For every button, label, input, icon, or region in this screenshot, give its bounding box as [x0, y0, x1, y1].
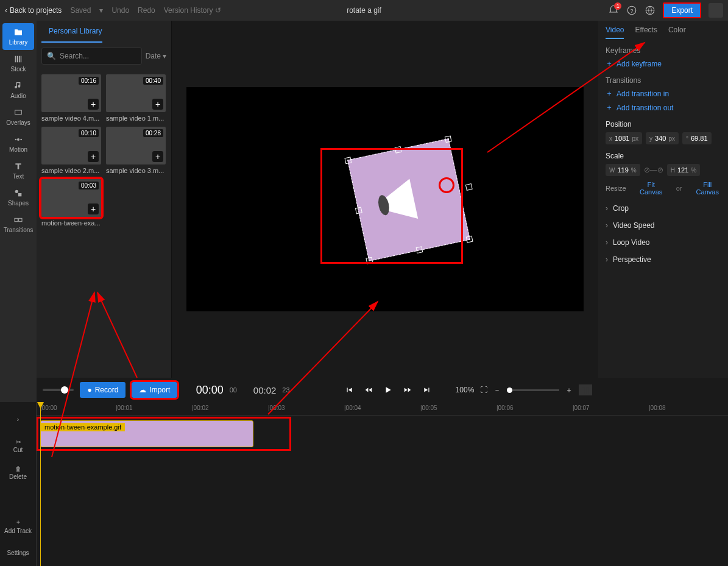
sidebar-label: Audio — [10, 93, 26, 99]
zoom-slider[interactable] — [507, 389, 559, 391]
sidebar-tab-shapes[interactable]: Shapes — [2, 184, 34, 211]
zoom-in-icon[interactable]: ＋ — [565, 385, 573, 395]
zoom-out-icon[interactable]: － — [493, 385, 501, 395]
split-view-icon[interactable]: ▮▮ — [579, 384, 592, 395]
saved-dropdown-icon[interactable]: ▾ — [99, 6, 103, 15]
ruler-tick: |00:08 — [649, 405, 666, 411]
fullscreen-icon[interactable]: ⛶ — [480, 386, 487, 394]
value: 1081 — [615, 135, 629, 142]
library-item[interactable]: 00:10+sample video 2.m... — [41, 127, 101, 174]
sidebar-tab-stock[interactable]: Stock — [2, 50, 34, 77]
scale-h-input[interactable]: H121% — [667, 164, 701, 176]
export-button[interactable]: Export — [663, 2, 701, 18]
svg-rect-10 — [19, 218, 22, 221]
accordion-perspective[interactable]: Perspective — [606, 255, 721, 264]
sidebar-tab-transitions[interactable]: Transitions — [2, 211, 34, 238]
duration-badge: 00:10 — [79, 129, 99, 137]
library-tab[interactable]: Personal Library — [41, 21, 102, 43]
back-label: Back to projects — [10, 6, 62, 15]
add-button[interactable]: + — [152, 151, 163, 162]
timeline[interactable]: |00:00 |00:01 |00:02 |00:03 |00:04 |00:0… — [37, 402, 728, 566]
avatar[interactable] — [709, 3, 723, 18]
duration-badge: 00:40 — [143, 77, 163, 85]
sidebar-tab-motion[interactable]: Motion — [2, 130, 34, 157]
add-button[interactable]: + — [88, 151, 99, 162]
record-button[interactable]: ●Record — [80, 382, 125, 398]
duration-badge: 00:28 — [143, 129, 163, 137]
position-x-input[interactable]: x1081px — [606, 132, 642, 144]
position-y-input[interactable]: y340px — [646, 132, 679, 144]
play-icon[interactable] — [384, 386, 392, 394]
forward-icon[interactable] — [403, 386, 412, 394]
redo-button[interactable]: Redo — [138, 6, 155, 15]
add-transition-in-button[interactable]: ＋Add transition in — [606, 88, 721, 99]
import-button[interactable]: ☁Import — [132, 382, 177, 398]
back-button[interactable]: ‹ Back to projects — [5, 6, 62, 15]
project-title[interactable]: rotate a gif — [347, 6, 381, 15]
version-history-button[interactable]: Version History ↺ — [164, 6, 221, 15]
add-button[interactable]: + — [88, 99, 99, 110]
accordion-crop[interactable]: Crop — [606, 204, 721, 213]
cut-button[interactable]: ✂Cut — [2, 433, 34, 459]
search-input[interactable]: 🔍 Search... — [41, 48, 142, 65]
delete-button[interactable]: 🗑Delete — [2, 459, 34, 486]
globe-icon[interactable] — [645, 5, 656, 16]
text-icon — [13, 161, 24, 171]
section-transitions: Transitions — [606, 76, 721, 85]
duration-badge: 00:16 — [79, 77, 99, 85]
add-keyframe-button[interactable]: ＋Add keyframe — [606, 58, 721, 69]
sidebar-tab-overlays[interactable]: Overlays — [2, 104, 34, 130]
settings-button[interactable]: Settings — [2, 539, 34, 566]
notification-badge: 1 — [614, 2, 621, 10]
tab-effects[interactable]: Effects — [635, 26, 657, 39]
undo-button[interactable]: Undo — [111, 6, 129, 15]
playhead[interactable] — [40, 402, 41, 566]
properties-panel: Video Effects Color Keyframes ＋Add keyfr… — [598, 21, 728, 378]
rotation-handle[interactable] — [465, 183, 473, 191]
stock-icon — [13, 54, 24, 64]
notifications-icon[interactable]: 1 — [608, 5, 619, 16]
plus-icon: ＋ — [15, 518, 21, 526]
svg-point-6 — [20, 139, 22, 141]
item-name: sample video 2.m... — [41, 167, 101, 174]
canvas[interactable] — [186, 87, 584, 311]
fit-canvas-button[interactable]: Fit Canvas — [638, 181, 664, 196]
volume-slider[interactable] — [43, 389, 74, 391]
timeline-ruler[interactable]: |00:00 |00:01 |00:02 |00:03 |00:04 |00:0… — [37, 402, 728, 416]
rotation-input[interactable]: °69.81 — [682, 132, 712, 144]
add-transition-out-button[interactable]: ＋Add transition out — [606, 102, 721, 113]
date-sort[interactable]: Date▾ — [146, 52, 166, 60]
accordion-video-speed[interactable]: Video Speed — [606, 221, 721, 230]
sidebar-tab-library[interactable]: Library — [2, 23, 34, 50]
link-scale-icon[interactable]: ⊘—⊘ — [644, 166, 663, 174]
section-scale: Scale — [606, 152, 721, 160]
svg-point-4 — [15, 139, 17, 141]
collapse-button[interactable]: › — [2, 406, 34, 433]
tool-label: Cut — [13, 447, 23, 453]
timeline-tools: › ✂Cut 🗑Delete ＋Add Track Settings — [0, 402, 37, 566]
tab-video[interactable]: Video — [606, 26, 624, 39]
skip-end-icon[interactable] — [423, 386, 431, 394]
skip-start-icon[interactable] — [345, 386, 353, 394]
accordion-loop-video[interactable]: Loop Video — [606, 238, 721, 247]
svg-rect-8 — [18, 193, 21, 196]
cloud-icon: ☁ — [139, 386, 146, 394]
or-label: or — [676, 185, 682, 192]
library-item[interactable]: 00:16+sample video 4.m... — [41, 74, 101, 122]
fill-canvas-button[interactable]: Fill Canvas — [694, 181, 721, 196]
add-button[interactable]: + — [88, 203, 99, 214]
rewind-icon[interactable] — [364, 386, 373, 394]
sidebar-tab-audio[interactable]: Audio — [2, 77, 34, 104]
help-icon[interactable]: ? — [626, 5, 637, 16]
sidebar-label: Library — [9, 39, 28, 46]
add-track-button[interactable]: ＋Add Track — [2, 512, 34, 539]
sidebar-tab-text[interactable]: Text — [2, 157, 34, 184]
library-item[interactable]: 00:28+sample video 3.m... — [106, 127, 166, 174]
saved-status: Saved — [70, 6, 91, 15]
library-item[interactable]: 00:40+sample video 1.m... — [106, 74, 166, 122]
shapes-icon — [13, 188, 24, 198]
library-item-selected[interactable]: 00:03+motion-tween-exa... — [41, 179, 101, 227]
add-button[interactable]: + — [152, 99, 163, 110]
tab-color[interactable]: Color — [668, 26, 686, 39]
scale-w-input[interactable]: W119% — [606, 164, 640, 176]
